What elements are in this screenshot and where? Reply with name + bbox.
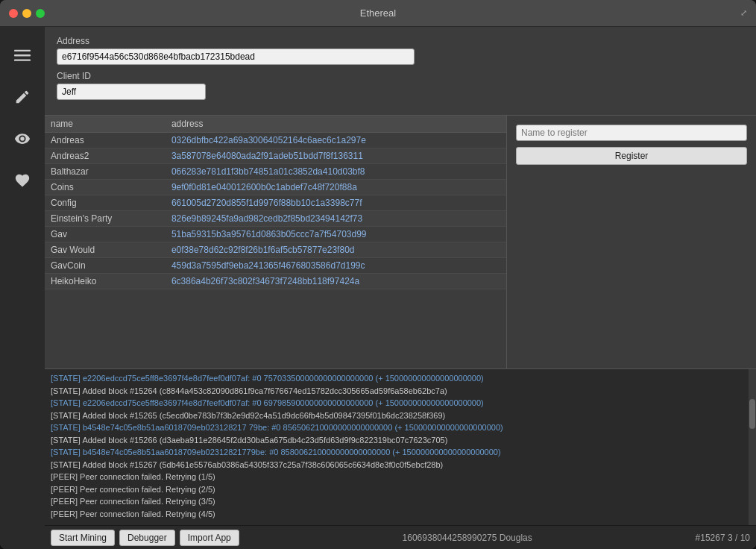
status-block: #15267 3 / 10 [696,533,750,543]
table-cell-name: Config [45,195,166,211]
col-header-address: address [166,116,506,133]
import-app-button[interactable]: Import App [180,530,239,546]
table-cell-address: 51ba59315b3a95761d0863b05ccc7a7f54703d99 [166,227,506,242]
col-header-name: name [45,116,166,133]
table-cell-address: e0f38e78d62c92f8f26b1f6af5cb57877e23f80d [166,242,506,258]
top-panel: Address Client ID [45,27,756,116]
log-line: [PEER] Peer connection failed. Retrying … [51,483,750,496]
table-row[interactable]: Andreas0326dbfbc422a69a30064052164c6aec6… [45,133,506,148]
sidebar-icon-menu[interactable] [9,42,36,69]
sidebar-icon-edit[interactable] [9,84,36,110]
log-scrollbar[interactable] [749,369,756,525]
log-line: [STATE] e2206edccd75ce5ff8e3697f4e8d7fee… [51,372,750,385]
start-mining-button[interactable]: Start Mining [51,530,115,546]
table-cell-address: 826e9b89245fa9ad982cedb2f85bd23494142f73 [166,211,506,227]
table-cell-name: Coins [45,180,166,195]
status-info: 1606938044258990275 Douglas [244,533,691,543]
title-bar: Ethereal ⤢ [0,0,756,27]
table-row[interactable]: Einstein's Party826e9b89245fa9ad982cedb2… [45,211,506,227]
names-table: name address Andreas0326dbfbc422a69a3006… [45,116,506,289]
table-row[interactable]: Gav Woulde0f38e78d62c92f8f26b1f6af5cb578… [45,242,506,258]
table-cell-name: HeikoHeiko [45,274,166,289]
debugger-button[interactable]: Debugger [119,530,175,546]
register-input[interactable] [516,125,747,141]
maximize-button[interactable] [36,9,45,18]
main-content: Address Client ID name address [0,27,756,549]
log-line: [STATE] Added block #15265 (c5ecd0be783b… [51,410,750,422]
svg-rect-2 [14,60,31,61]
client-id-label: Client ID [57,71,744,81]
right-panel: Register [507,116,756,368]
log-line: [STATE] Added block #15267 (5db461e5576a… [51,459,750,471]
traffic-lights [9,9,45,18]
middle-section: name address Andreas0326dbfbc422a69a3006… [45,116,756,368]
table-row[interactable]: GavCoin459d3a7595df9eba241365f4676803586… [45,258,506,274]
table-row[interactable]: Gav51ba59315b3a95761d0863b05ccc7a7f54703… [45,227,506,242]
log-line: [STATE] Added block #15266 (d3aeba911e28… [51,434,750,447]
table-cell-address: 3a587078e64080ada2f91adeb51bdd7f8f136311 [166,148,506,164]
log-line: [PEER] Peer connection failed. Retrying … [51,471,750,483]
table-cell-address: 9ef0f0d81e040012600b0c1abdef7c48f720f88a [166,180,506,195]
sidebar-icon-favorite[interactable] [9,167,36,194]
log-line: [PEER] Peer connection failed. Retrying … [51,495,750,508]
table-cell-address: 459d3a7595df9eba241365f4676803586d7d199c [166,258,506,274]
log-line: [STATE] b4548e74c05e8b51aa6018709eb02312… [51,446,750,459]
log-line: [STATE] b4548e74c05e8b51aa6018709eb02312… [51,421,750,434]
table-cell-name: GavCoin [45,258,166,274]
minimize-button[interactable] [22,9,31,18]
address-input[interactable] [57,48,415,65]
svg-rect-1 [14,54,31,56]
sidebar [0,27,45,549]
window-title: Ethereal [360,7,396,19]
table-cell-address: 661005d2720d855f1d9976f88bb10c1a3398c77f [166,195,506,211]
table-cell-name: Einstein's Party [45,211,166,227]
table-cell-name: Andreas [45,133,166,148]
sidebar-icon-view[interactable] [9,125,36,152]
log-scrollbar-thumb [749,399,755,429]
content-area: Address Client ID name address [45,27,756,549]
address-label: Address [57,36,744,46]
table-row[interactable]: HeikoHeiko6c386a4b26f73c802f34673f7248bb… [45,274,506,289]
status-bar: Start Mining Debugger Import App 1606938… [45,525,756,549]
svg-rect-0 [14,50,31,51]
table-cell-name: Gav [45,227,166,242]
expand-icon[interactable]: ⤢ [740,8,747,18]
log-line: [PEER] Peer connection failed. Retrying … [51,508,750,521]
table-row[interactable]: Coins9ef0f0d81e040012600b0c1abdef7c48f72… [45,180,506,195]
table-cell-name: Gav Would [45,242,166,258]
table-cell-address: 0326dbfbc422a69a30064052164c6aec6c1a297e [166,133,506,148]
table-cell-address: 6c386a4b26f73c802f34673f7248bb118f97424a [166,274,506,289]
log-line: [STATE] e2206edccd75ce5ff8e3697f4e8d7fee… [51,397,750,410]
names-table-area: name address Andreas0326dbfbc422a69a3006… [45,116,507,368]
log-area[interactable]: [STATE] e2206edccd75ce5ff8e3697f4e8d7fee… [45,368,756,525]
table-row[interactable]: Balthazar066283e781d1f3bb74851a01c3852da… [45,164,506,180]
table-cell-name: Balthazar [45,164,166,180]
table-cell-address: 066283e781d1f3bb74851a01c3852da410d03bf8 [166,164,506,180]
table-row[interactable]: Andreas23a587078e64080ada2f91adeb51bdd7f… [45,148,506,164]
log-line: [STATE] Added block #15264 (c8844a453c82… [51,385,750,398]
close-button[interactable] [9,9,18,18]
main-window: Ethereal ⤢ [0,0,756,549]
client-id-input[interactable] [57,84,206,100]
table-row[interactable]: Config661005d2720d855f1d9976f88bb10c1a33… [45,195,506,211]
table-cell-name: Andreas2 [45,148,166,164]
register-button[interactable]: Register [516,147,747,165]
